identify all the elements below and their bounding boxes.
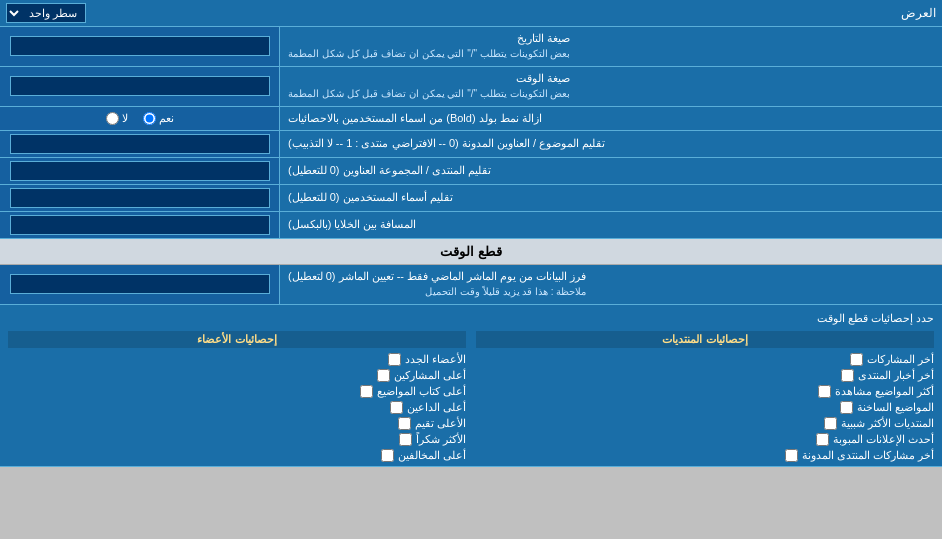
bold-remove-yes: نعم xyxy=(143,112,174,125)
topic-title-trim-row: تقليم الموضوع / العناوين المدونة (0 -- ا… xyxy=(0,131,942,158)
forum-stat-5-check[interactable] xyxy=(824,417,837,430)
stats-header: حدد إحصائيات قطع الوقت xyxy=(8,309,934,328)
member-stat-3-check[interactable] xyxy=(360,385,373,398)
forum-stat-2-check[interactable] xyxy=(841,369,854,382)
cutoff-section-header: قطع الوقت xyxy=(0,239,942,265)
top-label: العرض xyxy=(901,6,936,20)
bold-remove-options: نعم لا xyxy=(0,107,280,130)
forum-stats-header: إحصائيات المنتديات xyxy=(476,331,934,348)
time-format-input[interactable]: H:i xyxy=(10,76,270,96)
forum-stat-4-check[interactable] xyxy=(840,401,853,414)
cell-spacing-input-cell: 2 xyxy=(0,212,280,238)
forum-stat-2: أخر أخبار المنتدى xyxy=(476,369,934,382)
member-stat-4: أعلى الداعين xyxy=(8,401,466,414)
member-stat-5-check[interactable] xyxy=(398,417,411,430)
top-row: العرض سطر واحدسطرينثلاثة أسطر xyxy=(0,0,942,27)
bold-no-radio[interactable] xyxy=(106,112,119,125)
forum-stat-3: أكثر المواضيع مشاهدة xyxy=(476,385,934,398)
date-format-label: صيغة التاريخبعض التكوينات يتطلب "/" التي… xyxy=(280,27,942,66)
username-trim-input[interactable]: 0 xyxy=(10,188,270,208)
topic-title-trim-label: تقليم الموضوع / العناوين المدونة (0 -- ا… xyxy=(280,131,942,157)
member-stat-1: الأعضاء الجدد xyxy=(8,353,466,366)
time-format-row: صيغة الوقتبعض التكوينات يتطلب "/" التي ي… xyxy=(0,67,942,107)
member-stat-5: الأعلى تقيم xyxy=(8,417,466,430)
stats-section: حدد إحصائيات قطع الوقت إحصائيات المنتديا… xyxy=(0,305,942,467)
username-trim-input-cell: 0 xyxy=(0,185,280,211)
forum-title-trim-row: تقليم المنتدى / المجموعة العناوين (0 للت… xyxy=(0,158,942,185)
cell-spacing-label: المسافة بين الخلايا (بالبكسل) xyxy=(280,212,942,238)
view-mode-select[interactable]: سطر واحدسطرينثلاثة أسطر xyxy=(6,3,86,23)
member-stats-column: إحصائيات الأعضاء الأعضاء الجدد أعلى المش… xyxy=(8,331,466,462)
time-format-label: صيغة الوقتبعض التكوينات يتطلب "/" التي ي… xyxy=(280,67,942,106)
cutoff-days-input-cell: 0 xyxy=(0,265,280,304)
bold-yes-radio[interactable] xyxy=(143,112,156,125)
forum-stat-5: المنتديات الأكثر شببية xyxy=(476,417,934,430)
bold-remove-label: ازالة نمط بولد (Bold) من اسماء المستخدمي… xyxy=(280,107,942,130)
view-mode-wrapper: سطر واحدسطرينثلاثة أسطر xyxy=(6,3,86,23)
forum-stat-7: أخر مشاركات المنتدى المدونة xyxy=(476,449,934,462)
member-stat-6-check[interactable] xyxy=(399,433,412,446)
cell-spacing-row: المسافة بين الخلايا (بالبكسل) 2 xyxy=(0,212,942,239)
date-format-input[interactable]: d-m xyxy=(10,36,270,56)
username-trim-label: تقليم أسماء المستخدمين (0 للتعطيل) xyxy=(280,185,942,211)
bold-remove-no: لا xyxy=(106,112,128,125)
forum-stat-1: أخر المشاركات xyxy=(476,353,934,366)
member-stat-7: أعلى المخالفين xyxy=(8,449,466,462)
member-stat-6: الأكثر شكراً xyxy=(8,433,466,446)
member-stat-1-check[interactable] xyxy=(388,353,401,366)
cutoff-days-label: فرز البيانات من يوم الماشر الماضي فقط --… xyxy=(280,265,942,304)
forum-stats-column: إحصائيات المنتديات أخر المشاركات أخر أخب… xyxy=(476,331,934,462)
member-stat-3: أعلى كتاب المواضيع xyxy=(8,385,466,398)
cutoff-days-input[interactable]: 0 xyxy=(10,274,270,294)
forum-title-trim-label: تقليم المنتدى / المجموعة العناوين (0 للت… xyxy=(280,158,942,184)
username-trim-row: تقليم أسماء المستخدمين (0 للتعطيل) 0 xyxy=(0,185,942,212)
stats-grid: إحصائيات المنتديات أخر المشاركات أخر أخب… xyxy=(8,331,934,462)
date-format-input-cell: d-m xyxy=(0,27,280,66)
forum-stat-6-check[interactable] xyxy=(816,433,829,446)
forum-title-trim-input[interactable]: 33 xyxy=(10,161,270,181)
date-format-row: صيغة التاريخبعض التكوينات يتطلب "/" التي… xyxy=(0,27,942,67)
member-stat-2: أعلى المشاركين xyxy=(8,369,466,382)
member-stats-header: إحصائيات الأعضاء xyxy=(8,331,466,348)
forum-title-trim-input-cell: 33 xyxy=(0,158,280,184)
forum-stat-7-check[interactable] xyxy=(785,449,798,462)
member-stat-7-check[interactable] xyxy=(381,449,394,462)
member-stat-4-check[interactable] xyxy=(390,401,403,414)
member-stat-2-check[interactable] xyxy=(377,369,390,382)
forum-stat-1-check[interactable] xyxy=(850,353,863,366)
forum-stat-4: المواضيع الساخنة xyxy=(476,401,934,414)
topic-title-trim-input-cell: 33 xyxy=(0,131,280,157)
forum-stat-6: أحدث الإعلانات المبوبة xyxy=(476,433,934,446)
forum-stat-3-check[interactable] xyxy=(818,385,831,398)
bold-remove-row: ازالة نمط بولد (Bold) من اسماء المستخدمي… xyxy=(0,107,942,131)
time-format-input-cell: H:i xyxy=(0,67,280,106)
cell-spacing-input[interactable]: 2 xyxy=(10,215,270,235)
topic-title-trim-input[interactable]: 33 xyxy=(10,134,270,154)
cutoff-days-row: فرز البيانات من يوم الماشر الماضي فقط --… xyxy=(0,265,942,305)
